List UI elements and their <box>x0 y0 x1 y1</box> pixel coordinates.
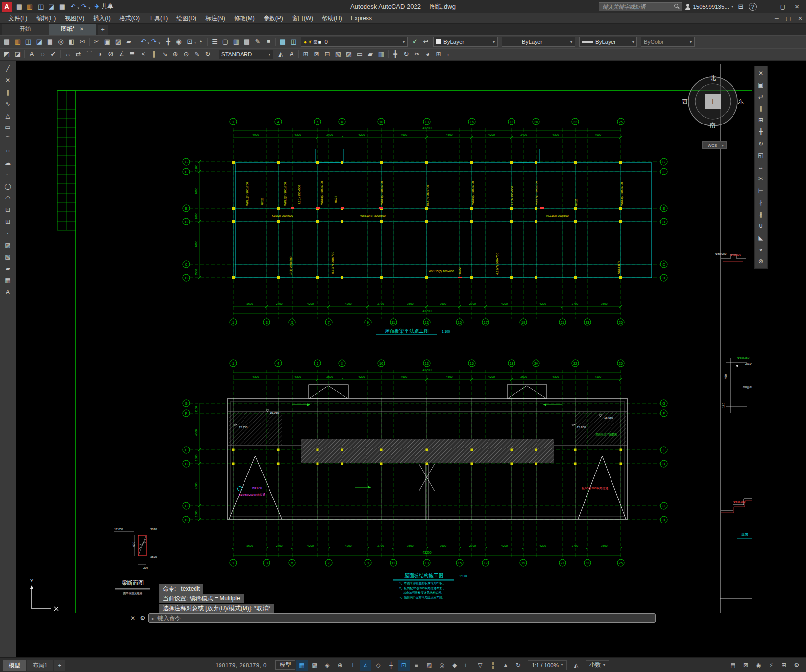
trim-icon[interactable]: ✂ <box>755 174 767 184</box>
dynamic-ucs-icon[interactable]: ∟ <box>462 660 473 671</box>
region-icon[interactable]: ▰ <box>2 263 14 274</box>
zoom-previous-icon[interactable]: ◔ <box>195 36 206 47</box>
close-tab-icon[interactable]: ✕ <box>80 26 84 32</box>
search-icon[interactable] <box>674 4 680 9</box>
menu-item-3[interactable]: 插入(I) <box>89 13 115 24</box>
menu-item-4[interactable]: 格式(O) <box>115 13 144 24</box>
menu-item-9[interactable]: 参数(P) <box>259 13 288 24</box>
copy-icon[interactable]: ▣ <box>102 36 113 47</box>
dim-continue-icon[interactable]: ∥ <box>148 49 159 60</box>
maximize-window-icon[interactable]: ▢ <box>776 1 790 13</box>
linetype-dropdown[interactable]: ByLayer ▾ <box>502 37 575 47</box>
annotation-scale-dropdown[interactable]: 1:1 / 100% ▾ <box>528 660 567 670</box>
qnew-icon[interactable]: ▤ <box>1 36 12 47</box>
dim-style-icon[interactable]: ◭ <box>275 49 286 60</box>
construction-line-icon[interactable]: ✕ <box>2 75 14 86</box>
array-icon[interactable]: ⊞ <box>433 49 444 60</box>
spell-check-icon[interactable]: ✔ <box>48 49 59 60</box>
layer-dropdown[interactable]: ●☀⊠■ 0 ▾ <box>301 37 408 47</box>
help-button[interactable]: ? <box>749 3 757 11</box>
mirror-icon[interactable]: ⇄ <box>755 91 767 102</box>
share-button[interactable]: ✈ 共享 <box>94 2 113 11</box>
new-layout-button[interactable]: + <box>54 660 65 671</box>
close-window-icon[interactable]: ✕ <box>790 1 804 13</box>
zoom-window-icon[interactable]: ⊡▾ <box>184 36 195 47</box>
properties-icon[interactable]: ☰ <box>209 36 220 47</box>
quick-calc-icon[interactable]: ≡ <box>263 36 274 47</box>
save-icon[interactable]: ◫ <box>35 1 46 12</box>
table-icon[interactable]: ▦ <box>2 275 14 286</box>
object-snap-icon[interactable]: ⊡ <box>398 660 410 671</box>
pan-icon[interactable]: ╋ <box>163 36 173 47</box>
explode-icon[interactable]: ⊗ <box>755 256 767 267</box>
publish-icon[interactable]: ◧ <box>66 36 77 47</box>
make-block-icon[interactable]: ⊞ <box>2 216 14 227</box>
undo-icon[interactable]: ↶▾ <box>68 1 78 12</box>
quick-properties-icon[interactable]: ▤ <box>727 660 739 671</box>
save-as-icon[interactable]: ◪ <box>46 1 57 12</box>
view-compass[interactable]: 上北南西东WCS▾ <box>682 75 744 149</box>
offset-icon[interactable]: ∥ <box>755 103 767 114</box>
make-block-icon[interactable]: ⊞ <box>300 49 311 60</box>
chamfer-icon[interactable]: ◣ <box>755 232 767 243</box>
break-icon[interactable]: ∦ <box>755 209 767 220</box>
autocad-logo-icon[interactable]: A <box>2 2 12 12</box>
undo-icon[interactable]: ↶▾ <box>138 36 148 47</box>
minimize-window-icon[interactable]: ─ <box>761 1 776 13</box>
isometric-drafting-icon[interactable]: ◇ <box>372 660 384 671</box>
move-icon[interactable]: ╋ <box>755 126 767 137</box>
region-icon[interactable]: ▰ <box>365 49 376 60</box>
redo-icon[interactable]: ↷▾ <box>148 36 159 47</box>
selection-filtering-icon[interactable]: ▽ <box>474 660 486 671</box>
gizmo-icon[interactable]: ╬ <box>487 660 499 671</box>
cut-icon[interactable]: ✂ <box>91 36 102 47</box>
menu-item-1[interactable]: 编辑(E) <box>32 13 60 24</box>
doc-close-icon[interactable]: ✕ <box>794 13 806 24</box>
stretch-icon[interactable]: ↔ <box>755 162 767 173</box>
join-icon[interactable]: ∪ <box>755 221 767 231</box>
menu-item-11[interactable]: 帮助(H) <box>318 13 346 24</box>
units-dropdown[interactable]: 小数 ▾ <box>586 660 609 670</box>
doc-minimize-icon[interactable]: ─ <box>771 13 782 24</box>
infer-constraints-icon[interactable]: ◈ <box>321 660 333 671</box>
plotstyle-dropdown[interactable]: ByColor ▾ <box>641 37 695 47</box>
command-input[interactable]: ▸ 键入命令 <box>148 613 656 623</box>
object-snap-tracking-icon[interactable]: ╋ <box>385 660 397 671</box>
save-icon[interactable]: ◫ <box>23 36 34 47</box>
layer-previous-icon[interactable]: ↩ <box>420 36 431 47</box>
line-icon[interactable]: ╱ <box>2 63 14 74</box>
mleader-icon[interactable]: ↘ <box>159 49 170 60</box>
transparency-icon[interactable]: ▨ <box>423 660 435 671</box>
cart-icon[interactable]: ⊟ <box>736 3 746 10</box>
snap-mode-icon[interactable]: ▩ <box>309 660 320 671</box>
erase-icon[interactable]: ✕ <box>755 68 767 78</box>
rectangle-icon[interactable]: ▭ <box>2 122 14 133</box>
fillet-icon[interactable]: ◕ <box>755 244 767 255</box>
layout-tab-布局1[interactable]: 布局1 <box>27 660 53 671</box>
annotation-visibility-icon[interactable]: ▲ <box>500 660 512 671</box>
menu-item-8[interactable]: 修改(M) <box>230 13 259 24</box>
menu-item-7[interactable]: 标注(N) <box>201 13 230 24</box>
new-drawing-tab-button[interactable]: + <box>98 25 108 35</box>
layer-lock-icon[interactable]: ⊠ <box>313 39 317 45</box>
rotate-icon[interactable]: ↻ <box>755 138 767 149</box>
ellipse-icon[interactable]: ◯ <box>2 181 14 192</box>
new-file-icon[interactable]: ▤ <box>14 1 24 12</box>
array-icon[interactable]: ⊞ <box>755 115 767 125</box>
menu-item-10[interactable]: 窗口(W) <box>288 13 318 24</box>
plot-preview-icon[interactable]: ◎ <box>55 36 66 47</box>
text-single-icon[interactable]: A <box>26 49 37 60</box>
text-style-dropdown[interactable]: STANDARD ▾ <box>219 50 273 59</box>
dim-baseline-icon[interactable]: ≤ <box>138 49 148 60</box>
spline-icon[interactable]: ≈ <box>2 169 14 180</box>
lineweight-icon[interactable]: ≡ <box>411 660 422 671</box>
cad-drawing[interactable]: 1468101316182022251357911131517192123251… <box>17 64 752 613</box>
file-tab[interactable]: 开始 <box>2 24 49 35</box>
save-as-icon[interactable]: ◪ <box>34 36 45 47</box>
point-icon[interactable]: ∙ <box>2 228 14 239</box>
object-isolate-icon[interactable]: ◉ <box>753 660 764 671</box>
trim-icon[interactable]: ✂ <box>412 49 422 60</box>
multiline-text-icon[interactable]: A <box>2 287 14 298</box>
plot-icon[interactable]: ▦ <box>45 36 55 47</box>
menu-item-5[interactable]: 工具(T) <box>144 13 172 24</box>
